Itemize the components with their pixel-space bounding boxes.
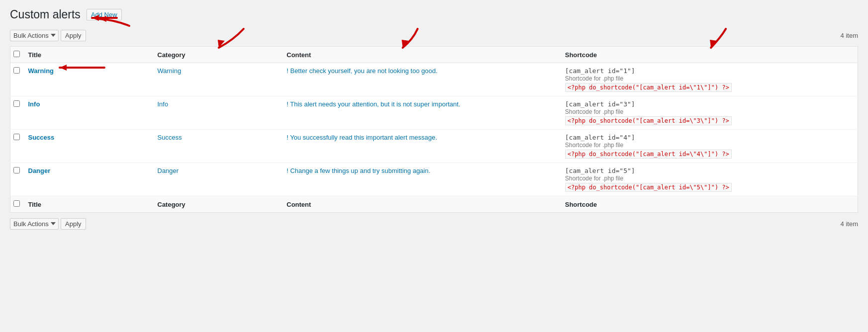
row-shortcode-main-3: [cam_alert id="5"]	[565, 167, 635, 174]
alerts-table: Title Category Content Shortcode Warning…	[10, 46, 858, 213]
row-shortcode-php-3: <?php do_shortcode("[cam_alert id=\"5\"]…	[565, 183, 732, 192]
page-title: Custom alerts	[10, 8, 81, 21]
table-header-row: Title Category Content Shortcode	[10, 47, 858, 63]
row-category-cell: Success	[153, 130, 282, 163]
row-shortcode-cell: [cam_alert id="3"] Shortcode for .php fi…	[560, 96, 858, 130]
row-shortcode-php-1: <?php do_shortcode("[cam_alert id=\"3\"]…	[565, 116, 732, 125]
item-count-top: 4 item	[841, 32, 858, 39]
add-new-button[interactable]: Add New	[87, 9, 122, 20]
row-category-link-2[interactable]: Success	[158, 134, 182, 141]
row-title-link-0[interactable]: Warning	[28, 67, 54, 75]
row-title-link-3[interactable]: Danger	[28, 167, 51, 174]
header-checkbox-col	[10, 47, 23, 63]
footer-content: Content	[282, 196, 560, 213]
row-content-text-1: ! This alert needs your attention, but i…	[287, 100, 461, 108]
bulk-actions-select-top[interactable]: Bulk Actions	[10, 30, 59, 41]
row-shortcode-cell: [cam_alert id="1"] Shortcode for .php fi…	[560, 63, 858, 96]
row-shortcode-label-2: Shortcode for .php file	[565, 142, 623, 149]
item-count-bottom: 4 item	[841, 220, 858, 228]
row-shortcode-php-0: <?php do_shortcode("[cam_alert id=\"1\"]…	[565, 83, 732, 92]
footer-checkbox-col	[10, 196, 23, 213]
row-checkbox-0[interactable]	[13, 67, 20, 74]
row-category-link-1[interactable]: Info	[158, 100, 169, 108]
row-shortcode-cell: [cam_alert id="4"] Shortcode for .php fi…	[560, 130, 858, 163]
select-all-checkbox-top[interactable]	[13, 51, 20, 57]
row-title-cell: Success	[23, 130, 153, 163]
top-tablenav: Bulk Actions Apply 4 item	[10, 27, 858, 43]
table-row: Warning Warning ! Better check yourself,…	[10, 63, 858, 96]
row-category-link-0[interactable]: Warning	[158, 67, 181, 75]
footer-shortcode: Shortcode	[560, 196, 858, 213]
header-shortcode: Shortcode	[560, 47, 858, 63]
row-content-cell: ! Change a few things up and try submitt…	[282, 163, 560, 196]
row-shortcode-main-0: [cam_alert id="1"]	[565, 67, 635, 75]
table-row: Success Success ! You successfully read …	[10, 130, 858, 163]
header-category: Category	[153, 47, 282, 63]
row-title-cell: Info	[23, 96, 153, 130]
header-content: Content	[282, 47, 560, 63]
row-shortcode-label-0: Shortcode for .php file	[565, 75, 623, 82]
header-title: Title	[23, 47, 153, 63]
row-shortcode-main-1: [cam_alert id="3"]	[565, 100, 635, 108]
footer-category: Category	[153, 196, 282, 213]
row-title-link-2[interactable]: Success	[28, 134, 55, 141]
row-content-text-3: ! Change a few things up and try submitt…	[287, 167, 431, 174]
row-checkbox-cell	[10, 96, 23, 130]
table-row: Danger Danger ! Change a few things up a…	[10, 163, 858, 196]
table-row: Info Info ! This alert needs your attent…	[10, 96, 858, 130]
row-shortcode-label-1: Shortcode for .php file	[565, 108, 623, 115]
apply-button-bottom[interactable]: Apply	[61, 218, 86, 230]
row-content-text-2: ! You successfully read this important a…	[287, 134, 437, 141]
row-shortcode-cell: [cam_alert id="5"] Shortcode for .php fi…	[560, 163, 858, 196]
row-category-cell: Danger	[153, 163, 282, 196]
footer-title: Title	[23, 196, 153, 213]
apply-button-top[interactable]: Apply	[61, 30, 86, 41]
row-content-cell: ! You successfully read this important a…	[282, 130, 560, 163]
row-content-cell: ! This alert needs your attention, but i…	[282, 96, 560, 130]
row-checkbox-1[interactable]	[13, 100, 20, 107]
bulk-actions-select-bottom[interactable]: Bulk Actions	[10, 218, 59, 230]
row-title-cell: Warning	[23, 63, 153, 96]
row-shortcode-php-2: <?php do_shortcode("[cam_alert id=\"4\"]…	[565, 150, 732, 159]
row-shortcode-main-2: [cam_alert id="4"]	[565, 134, 635, 141]
row-category-cell: Warning	[153, 63, 282, 96]
row-category-link-3[interactable]: Danger	[158, 167, 179, 174]
row-content-cell: ! Better check yourself, you are not loo…	[282, 63, 560, 96]
row-checkbox-cell	[10, 63, 23, 96]
tablenav-left-top: Bulk Actions Apply	[10, 30, 86, 41]
row-shortcode-label-3: Shortcode for .php file	[565, 175, 623, 182]
select-all-checkbox-bottom[interactable]	[13, 200, 20, 207]
tablenav-left-bottom: Bulk Actions Apply	[10, 218, 86, 230]
row-title-link-1[interactable]: Info	[28, 100, 40, 108]
row-category-cell: Info	[153, 96, 282, 130]
row-checkbox-cell	[10, 130, 23, 163]
row-title-cell: Danger	[23, 163, 153, 196]
table-footer-row: Title Category Content Shortcode	[10, 196, 858, 213]
row-checkbox-3[interactable]	[13, 167, 20, 173]
row-checkbox-2[interactable]	[13, 134, 20, 140]
row-checkbox-cell	[10, 163, 23, 196]
bottom-tablenav: Bulk Actions Apply 4 item	[10, 216, 858, 232]
row-content-text-0: ! Better check yourself, you are not loo…	[287, 67, 438, 75]
